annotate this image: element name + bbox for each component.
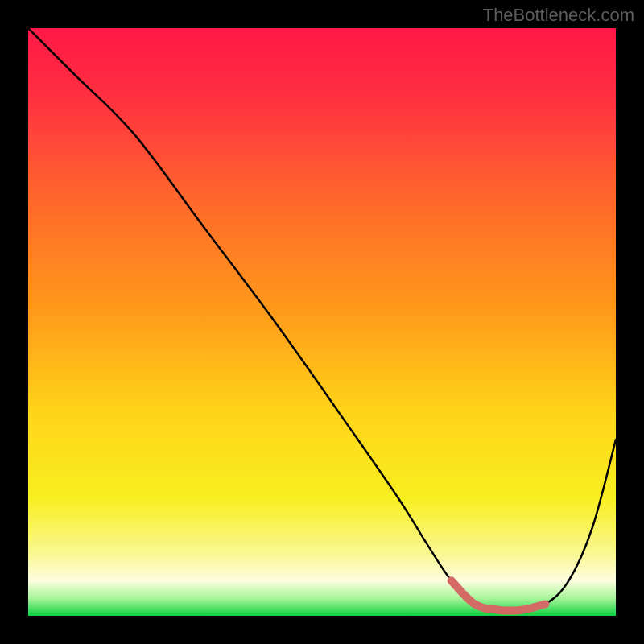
chart-frame: TheBottleneck.com (0, 0, 644, 644)
watermark-text: TheBottleneck.com (483, 5, 634, 26)
optimal-zone-highlight (452, 580, 546, 610)
bottleneck-curve (28, 28, 616, 611)
curve-svg (28, 28, 616, 616)
plot-area (28, 28, 616, 616)
